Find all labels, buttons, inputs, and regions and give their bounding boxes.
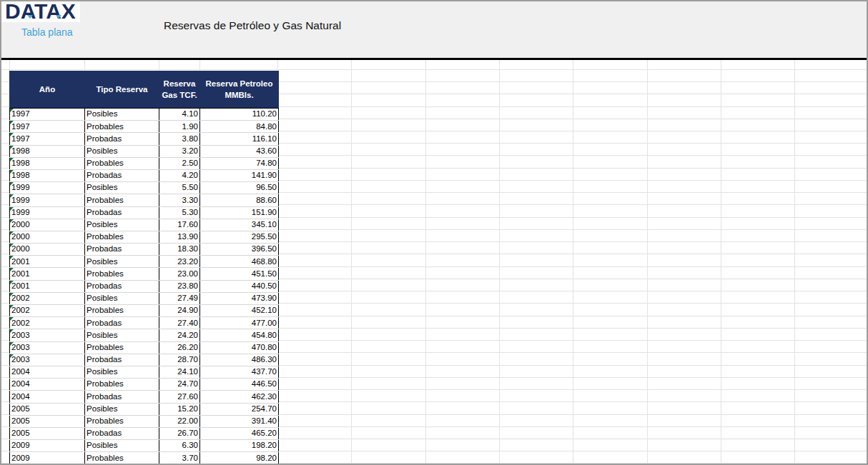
cell-reserva-gas[interactable]: 27.40 xyxy=(159,317,200,329)
cell-year[interactable]: 2000 xyxy=(10,231,85,243)
cell-reserva-petroleo[interactable]: 74.80 xyxy=(200,157,279,169)
cell-tipo-reserva[interactable]: Probadas xyxy=(85,391,159,403)
cell-year[interactable]: 2004 xyxy=(10,379,85,391)
cell-tipo-reserva[interactable]: Probables xyxy=(85,121,159,133)
cell-year[interactable]: 1998 xyxy=(10,145,85,157)
cell-tipo-reserva[interactable]: Probadas xyxy=(85,317,159,329)
cell-tipo-reserva[interactable]: Probables xyxy=(85,341,159,354)
cell-tipo-reserva[interactable]: Probadas xyxy=(85,427,159,439)
cell-year[interactable]: 2004 xyxy=(10,366,85,378)
cell-reserva-petroleo[interactable]: 98.20 xyxy=(200,452,279,464)
cell-year[interactable]: 2005 xyxy=(10,415,85,427)
cell-reserva-gas[interactable]: 15.20 xyxy=(159,403,200,415)
cell-year[interactable]: 2003 xyxy=(10,329,85,341)
cell-tipo-reserva[interactable]: Posibles xyxy=(85,109,159,121)
cell-reserva-gas[interactable]: 3.80 xyxy=(159,133,200,145)
cell-reserva-petroleo[interactable]: 88.60 xyxy=(200,194,279,206)
cell-reserva-gas[interactable]: 13.90 xyxy=(159,231,200,243)
cell-reserva-gas[interactable]: 23.00 xyxy=(159,268,200,280)
cell-year[interactable]: 1998 xyxy=(10,169,85,181)
cell-tipo-reserva[interactable]: Probables xyxy=(85,231,159,243)
cell-tipo-reserva[interactable]: Probables xyxy=(85,268,159,280)
cell-reserva-petroleo[interactable]: 465.20 xyxy=(200,427,279,439)
cell-year[interactable]: 1999 xyxy=(10,182,85,194)
cell-tipo-reserva[interactable]: Probables xyxy=(85,452,159,464)
cell-reserva-petroleo[interactable]: 486.30 xyxy=(200,354,279,366)
cell-reserva-petroleo[interactable]: 116.10 xyxy=(200,133,279,145)
cell-tipo-reserva[interactable]: Probadas xyxy=(85,169,159,181)
cell-reserva-gas[interactable]: 5.50 xyxy=(159,182,200,194)
cell-reserva-gas[interactable]: 26.20 xyxy=(159,341,200,354)
cell-tipo-reserva[interactable]: Probadas xyxy=(85,133,159,145)
cell-tipo-reserva[interactable]: Posibles xyxy=(85,219,159,231)
cell-year[interactable]: 2005 xyxy=(10,403,85,415)
cell-reserva-petroleo[interactable]: 437.70 xyxy=(200,366,279,378)
cell-tipo-reserva[interactable]: Posibles xyxy=(85,182,159,194)
cell-tipo-reserva[interactable]: Probadas xyxy=(85,280,159,292)
cell-year[interactable]: 1999 xyxy=(10,206,85,219)
cell-year[interactable]: 2003 xyxy=(10,341,85,354)
cell-reserva-gas[interactable]: 1.90 xyxy=(159,121,200,133)
cell-reserva-gas[interactable]: 5.30 xyxy=(159,206,200,219)
cell-year[interactable]: 2002 xyxy=(10,305,85,317)
cell-reserva-gas[interactable]: 2.50 xyxy=(159,157,200,169)
cell-tipo-reserva[interactable]: Posibles xyxy=(85,366,159,378)
cell-year[interactable]: 1997 xyxy=(10,109,85,121)
cell-reserva-gas[interactable]: 23.20 xyxy=(159,256,200,268)
cell-reserva-gas[interactable]: 23.80 xyxy=(159,280,200,292)
cell-reserva-gas[interactable]: 22.00 xyxy=(159,415,200,427)
cell-tipo-reserva[interactable]: Probadas xyxy=(85,244,159,256)
cell-reserva-petroleo[interactable]: 446.50 xyxy=(200,379,279,391)
cell-year[interactable]: 1999 xyxy=(10,194,85,206)
cell-reserva-gas[interactable]: 3.70 xyxy=(159,452,200,464)
cell-reserva-petroleo[interactable]: 96.50 xyxy=(200,182,279,194)
cell-reserva-gas[interactable]: 27.49 xyxy=(159,292,200,304)
cell-year[interactable]: 2000 xyxy=(10,244,85,256)
cell-year[interactable]: 2002 xyxy=(10,292,85,304)
cell-year[interactable]: 2001 xyxy=(10,280,85,292)
cell-reserva-petroleo[interactable]: 110.20 xyxy=(200,109,279,121)
cell-year[interactable]: 1998 xyxy=(10,157,85,169)
column-header-ano[interactable]: Año xyxy=(10,71,85,109)
cell-tipo-reserva[interactable]: Probables xyxy=(85,305,159,317)
cell-reserva-petroleo[interactable]: 440.50 xyxy=(200,280,279,292)
cell-reserva-petroleo[interactable]: 468.80 xyxy=(200,256,279,268)
cell-reserva-petroleo[interactable]: 451.50 xyxy=(200,268,279,280)
cell-year[interactable]: 2000 xyxy=(10,219,85,231)
cell-reserva-gas[interactable]: 28.70 xyxy=(159,354,200,366)
cell-tipo-reserva[interactable]: Probables xyxy=(85,379,159,391)
cell-reserva-petroleo[interactable]: 254.70 xyxy=(200,403,279,415)
cell-reserva-petroleo[interactable]: 151.90 xyxy=(200,206,279,219)
cell-tipo-reserva[interactable]: Posibles xyxy=(85,256,159,268)
cell-tipo-reserva[interactable]: Posibles xyxy=(85,329,159,341)
cell-year[interactable]: 1997 xyxy=(10,133,85,145)
cell-tipo-reserva[interactable]: Posibles xyxy=(85,145,159,157)
cell-year[interactable]: 2003 xyxy=(10,354,85,366)
cell-reserva-gas[interactable]: 17.60 xyxy=(159,219,200,231)
cell-reserva-petroleo[interactable]: 345.10 xyxy=(200,219,279,231)
cell-reserva-petroleo[interactable]: 391.40 xyxy=(200,415,279,427)
cell-reserva-petroleo[interactable]: 43.60 xyxy=(200,145,279,157)
cell-reserva-petroleo[interactable]: 473.90 xyxy=(200,292,279,304)
cell-year[interactable]: 2009 xyxy=(10,452,85,464)
cell-tipo-reserva[interactable]: Probables xyxy=(85,415,159,427)
cell-tipo-reserva[interactable]: Posibles xyxy=(85,292,159,304)
cell-reserva-gas[interactable]: 27.60 xyxy=(159,391,200,403)
cell-year[interactable]: 2002 xyxy=(10,317,85,329)
cell-tipo-reserva[interactable]: Probables xyxy=(85,194,159,206)
cell-reserva-gas[interactable]: 6.30 xyxy=(159,440,200,452)
cell-tipo-reserva[interactable]: Probables xyxy=(85,157,159,169)
cell-reserva-petroleo[interactable]: 396.50 xyxy=(200,244,279,256)
cell-reserva-gas[interactable]: 24.70 xyxy=(159,379,200,391)
column-header-tipo-reserva[interactable]: Tipo Reserva xyxy=(85,71,159,109)
cell-reserva-petroleo[interactable]: 141.90 xyxy=(200,169,279,181)
cell-year[interactable]: 2001 xyxy=(10,256,85,268)
cell-year[interactable]: 2001 xyxy=(10,268,85,280)
column-header-reserva-petroleo[interactable]: Reserva Petroleo MMBls. xyxy=(200,71,279,109)
cell-tipo-reserva[interactable]: Probadas xyxy=(85,354,159,366)
cell-reserva-petroleo[interactable]: 462.30 xyxy=(200,391,279,403)
cell-reserva-gas[interactable]: 18.30 xyxy=(159,244,200,256)
cell-reserva-gas[interactable]: 24.20 xyxy=(159,329,200,341)
cell-reserva-gas[interactable]: 4.20 xyxy=(159,169,200,181)
cell-reserva-gas[interactable]: 3.20 xyxy=(159,145,200,157)
